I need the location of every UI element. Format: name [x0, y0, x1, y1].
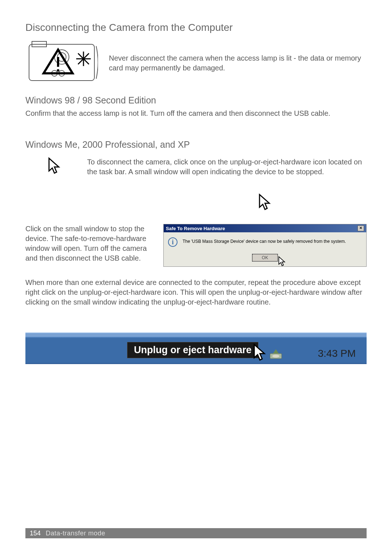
- svg-line-13: [78, 53, 83, 59]
- dialog-titlebar: Safe To Remove Hardware ×: [164, 224, 366, 232]
- page-footer: 154 Data-transfer mode: [25, 528, 367, 538]
- section-label: Data-transfer mode: [46, 530, 105, 537]
- taskbar-illustration: Unplug or eject hardware 3:43 PM: [25, 332, 367, 364]
- dialog-row: Click on the small window to stop the de…: [25, 224, 367, 267]
- safe-remove-dialog: Safe To Remove Hardware × i The 'USB Mas…: [163, 224, 367, 267]
- multi-device-text: When more than one external device are c…: [25, 278, 367, 307]
- win98-body: Confirm that the access lamp is not lit.…: [25, 109, 367, 118]
- svg-line-14: [83, 59, 89, 64]
- click-instruction-text: Click on the small window to stop the de…: [25, 224, 149, 263]
- svg-line-12: [83, 53, 89, 59]
- page-number: 154: [30, 530, 41, 537]
- page-title: Disconnecting the Camera from the Comput…: [25, 22, 367, 33]
- winme-heading: Windows Me, 2000 Professional, and XP: [25, 139, 367, 150]
- cursor-icon: [47, 157, 73, 183]
- taskbar-clock: 3:43 PM: [318, 348, 356, 359]
- camera-warning-illustration: [25, 37, 98, 84]
- svg-point-17: [272, 355, 279, 358]
- warning-text: Never disconnect the camera when the acc…: [109, 37, 367, 73]
- intro-row: To disconnect the camera, click once on …: [25, 157, 367, 183]
- dialog-title: Safe To Remove Hardware: [166, 226, 225, 231]
- svg-point-7: [57, 69, 60, 72]
- unplug-tooltip[interactable]: Unplug or eject hardware: [127, 342, 258, 358]
- cursor-icon: [278, 256, 286, 268]
- svg-line-15: [78, 59, 83, 64]
- ok-button[interactable]: OK: [252, 254, 278, 261]
- eject-hardware-icon[interactable]: [269, 348, 283, 362]
- winme-intro-text: To disconnect the camera, click once on …: [87, 157, 367, 177]
- close-icon[interactable]: ×: [358, 225, 364, 231]
- dialog-message: The 'USB Mass Storage Device' device can…: [183, 237, 346, 244]
- cursor-icon-standalone: [258, 193, 367, 213]
- info-icon: i: [168, 237, 177, 247]
- win98-heading: Windows 98 / 98 Second Edition: [25, 95, 367, 106]
- warning-row: Never disconnect the camera when the acc…: [25, 37, 367, 84]
